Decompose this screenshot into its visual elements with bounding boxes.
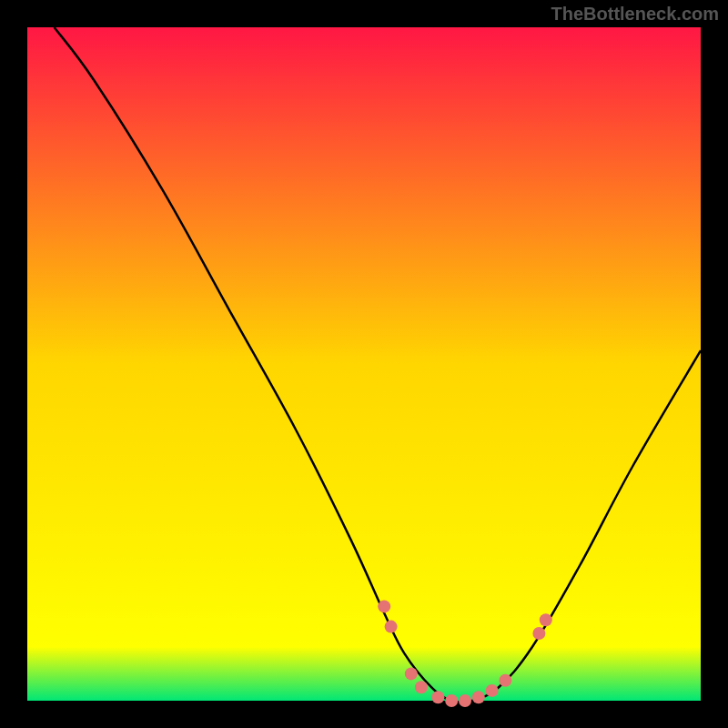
data-marker xyxy=(499,674,511,687)
bottleneck-chart xyxy=(0,0,728,728)
data-marker xyxy=(532,627,545,640)
data-marker xyxy=(486,684,499,697)
data-marker xyxy=(459,694,471,707)
data-marker xyxy=(415,681,428,693)
data-marker xyxy=(405,667,418,680)
data-marker xyxy=(472,691,485,703)
data-marker xyxy=(445,694,458,707)
data-marker xyxy=(378,600,390,612)
watermark-text: TheBottleneck.com xyxy=(551,4,719,25)
data-marker xyxy=(431,691,444,703)
plot-background-gradient xyxy=(27,27,701,701)
data-marker xyxy=(385,621,398,633)
chart-svg xyxy=(0,0,728,728)
data-marker xyxy=(540,613,552,626)
